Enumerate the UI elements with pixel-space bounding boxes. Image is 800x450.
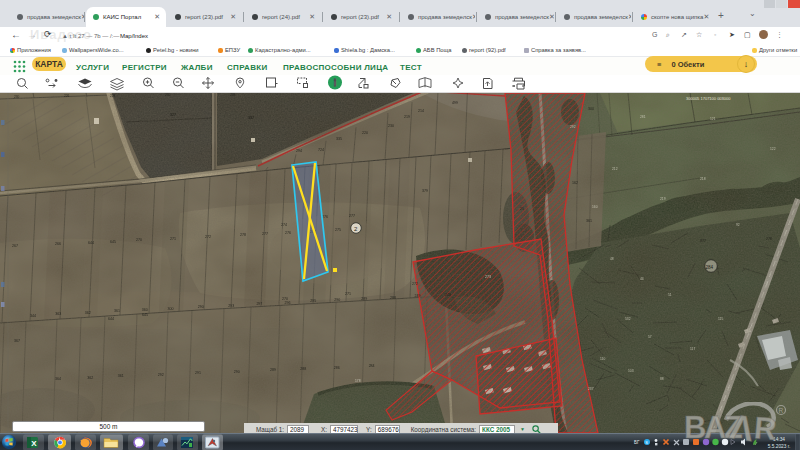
svg-text:272: 272 [205, 235, 211, 239]
svg-text:248: 248 [445, 293, 451, 297]
svg-text:294: 294 [296, 149, 302, 153]
svg-text:724: 724 [318, 148, 324, 152]
svg-text:290: 290 [234, 370, 240, 374]
svg-text:300: 300 [167, 307, 173, 311]
svg-text:R: R [753, 410, 778, 447]
svg-text:644: 644 [108, 317, 114, 321]
svg-text:160: 160 [592, 205, 598, 209]
svg-text:290: 290 [198, 305, 204, 309]
svg-text:228: 228 [110, 94, 116, 98]
svg-text:230: 230 [388, 124, 394, 128]
svg-text:270: 270 [136, 238, 142, 242]
svg-text:226: 226 [64, 94, 70, 98]
svg-text:364: 364 [55, 377, 61, 381]
svg-text:21: 21 [520, 207, 524, 211]
svg-text:289: 289 [361, 297, 367, 301]
svg-text:266: 266 [55, 242, 61, 246]
svg-text:220: 220 [362, 131, 368, 135]
svg-text:300: 300 [588, 107, 594, 111]
svg-text:121: 121 [710, 117, 716, 121]
svg-text:276: 276 [285, 231, 291, 235]
svg-text:270: 270 [282, 297, 288, 301]
svg-text:R: R [779, 407, 784, 414]
svg-text:360: 360 [142, 308, 148, 312]
svg-text:219: 219 [404, 115, 410, 119]
svg-text:S: S [645, 440, 648, 445]
svg-text:288: 288 [390, 296, 396, 300]
svg-text:БГ: БГ [634, 440, 640, 445]
svg-text:218: 218 [700, 177, 706, 181]
svg-text:162: 162 [572, 181, 578, 185]
svg-text:288: 288 [300, 367, 306, 371]
svg-text:292: 292 [570, 125, 576, 129]
svg-text:230: 230 [165, 93, 171, 97]
svg-text:286: 286 [334, 366, 340, 370]
svg-text:92: 92 [736, 223, 740, 227]
svg-text:214: 214 [418, 109, 424, 113]
svg-text:230: 230 [14, 95, 20, 99]
svg-text:367: 367 [14, 339, 20, 343]
svg-text:274: 274 [281, 223, 287, 227]
svg-text:272: 272 [412, 282, 418, 286]
svg-text:361: 361 [114, 309, 120, 313]
svg-text:88: 88 [660, 377, 664, 381]
svg-text:337: 337 [248, 116, 254, 120]
svg-text:644: 644 [88, 241, 94, 245]
svg-text:48: 48 [610, 257, 614, 261]
svg-text:292: 292 [158, 373, 164, 377]
svg-text:284: 284 [706, 265, 714, 270]
svg-text:219: 219 [660, 197, 666, 201]
svg-text:297: 297 [256, 302, 262, 306]
svg-text:277: 277 [262, 232, 268, 236]
svg-text:289: 289 [270, 368, 276, 372]
svg-text:277: 277 [349, 214, 355, 218]
svg-text:344: 344 [30, 314, 36, 318]
svg-text:300005 1707100 003000: 300005 1707100 003000 [686, 96, 731, 101]
svg-text:278: 278 [240, 233, 246, 237]
svg-text:X: X [31, 439, 37, 448]
svg-text:284: 284 [369, 364, 375, 368]
svg-text:212: 212 [612, 167, 618, 171]
svg-text:i: i [334, 78, 336, 88]
svg-text:295: 295 [310, 299, 316, 303]
svg-text:115: 115 [718, 317, 723, 321]
svg-text:335: 335 [336, 137, 342, 141]
svg-text:44: 44 [640, 277, 644, 281]
svg-text:290: 290 [334, 298, 340, 302]
svg-text:238: 238 [230, 93, 236, 97]
svg-text:293: 293 [228, 304, 234, 308]
svg-text:51: 51 [668, 293, 672, 297]
svg-text:271: 271 [170, 237, 176, 241]
svg-text:532: 532 [625, 317, 631, 321]
svg-text:267: 267 [12, 244, 18, 248]
svg-text:237: 237 [588, 387, 594, 391]
svg-text:110: 110 [600, 357, 605, 361]
svg-text:379: 379 [422, 189, 428, 193]
svg-text:249: 249 [415, 294, 421, 298]
svg-text:281: 281 [640, 115, 646, 119]
svg-text:273: 273 [485, 275, 491, 279]
svg-text:362: 362 [85, 311, 91, 315]
svg-text:275: 275 [335, 228, 341, 232]
svg-text:103: 103 [628, 369, 634, 373]
svg-text:296: 296 [284, 301, 290, 305]
svg-text:645: 645 [110, 240, 116, 244]
svg-text:291: 291 [195, 371, 201, 375]
svg-text:57: 57 [648, 335, 652, 339]
svg-text:877: 877 [700, 239, 706, 243]
svg-text:362: 362 [87, 376, 93, 380]
svg-text:117: 117 [690, 347, 695, 351]
svg-text:122: 122 [770, 147, 776, 151]
svg-text:499: 499 [452, 101, 458, 105]
svg-text:271: 271 [345, 292, 351, 296]
svg-text:178: 178 [355, 379, 361, 383]
svg-text:361: 361 [118, 374, 124, 378]
svg-text:363: 363 [55, 312, 61, 316]
svg-text:361: 361 [586, 219, 592, 223]
svg-text:327: 327 [170, 113, 176, 117]
svg-text:645: 645 [142, 313, 148, 317]
svg-text:278: 278 [766, 237, 772, 241]
